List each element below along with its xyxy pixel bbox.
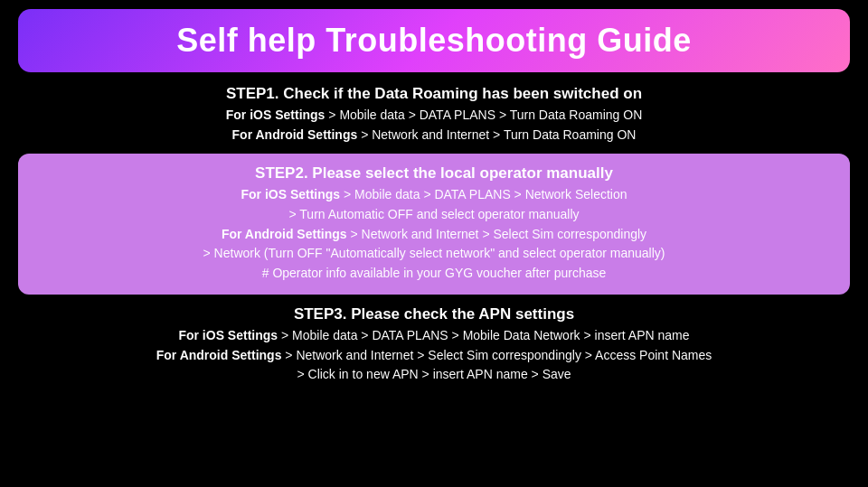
step1-ios-label: For iOS Settings <box>226 108 326 122</box>
step3-android-label: For Android Settings <box>156 348 282 362</box>
step1-ios-line: For iOS Settings > Mobile data > DATA PL… <box>18 106 850 126</box>
step2-ios-label: For iOS Settings <box>241 187 340 201</box>
step1-ios-text: > Mobile data > DATA PLANS > Turn Data R… <box>325 108 642 122</box>
step3-android-line2: > Click in to new APN > insert APN name … <box>18 365 850 385</box>
step3-heading: STEP3. Please check the APN settings <box>18 305 850 323</box>
step3-ios-text: > Mobile data > DATA PLANS > Mobile Data… <box>278 328 689 342</box>
step2-android-label: For Android Settings <box>222 227 347 241</box>
step1-android-text: > Network and Internet > Turn Data Roami… <box>357 127 636 142</box>
step2-section: STEP2. Please select the local operator … <box>18 154 850 294</box>
step1-android-line: For Android Settings > Network and Inter… <box>18 126 850 145</box>
step2-ios-line1: For iOS Settings > Mobile data > DATA PL… <box>34 185 834 205</box>
step3-ios-label: For iOS Settings <box>178 328 278 342</box>
page-title: Self help Troubleshooting Guide <box>176 22 692 59</box>
step2-note: # Operator info available in your GYG vo… <box>34 264 834 284</box>
title-banner: Self help Troubleshooting Guide <box>18 9 850 72</box>
step3-android-text: > Network and Internet > Select Sim corr… <box>281 348 712 362</box>
step1-section: STEP1. Check if the Data Roaming has bee… <box>18 85 850 145</box>
step2-ios-line2: > Turn Automatic OFF and select operator… <box>34 205 834 225</box>
step1-android-label: For Android Settings <box>232 127 358 142</box>
step2-heading: STEP2. Please select the local operator … <box>34 164 834 183</box>
step3-android-line1: For Android Settings > Network and Inter… <box>18 346 850 366</box>
step3-section: STEP3. Please check the APN settings For… <box>18 305 850 385</box>
step2-android-text: > Network and Internet > Select Sim corr… <box>347 227 647 241</box>
step2-ios-text: > Mobile data > DATA PLANS > Network Sel… <box>340 187 627 201</box>
step2-android-line1: For Android Settings > Network and Inter… <box>34 225 834 245</box>
step1-heading: STEP1. Check if the Data Roaming has bee… <box>18 85 850 103</box>
step3-ios-line: For iOS Settings > Mobile data > DATA PL… <box>18 326 850 346</box>
step2-android-line2: > Network (Turn OFF "Automatically selec… <box>34 244 834 264</box>
